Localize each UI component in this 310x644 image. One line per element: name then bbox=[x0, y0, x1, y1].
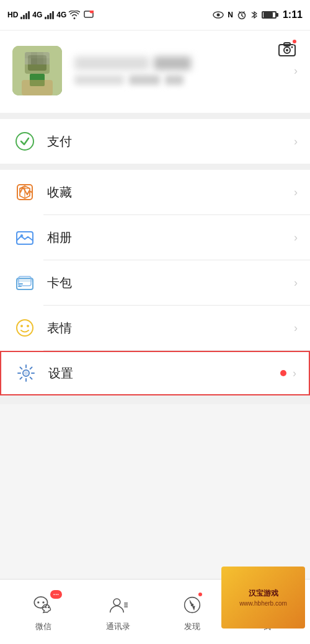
bluetooth-icon bbox=[250, 10, 258, 20]
bottom-navigation: ··· 微信 通讯录 发现 bbox=[0, 579, 310, 644]
profile-name-blurred2 bbox=[154, 56, 191, 70]
profile-name-blurred bbox=[74, 56, 149, 70]
svg-rect-15 bbox=[31, 52, 37, 58]
photos-icon bbox=[12, 225, 37, 250]
profile-chevron: › bbox=[294, 64, 298, 77]
settings-badge bbox=[280, 370, 286, 376]
svg-point-42 bbox=[34, 597, 47, 608]
menu-item-favorites[interactable]: 收藏 › bbox=[0, 170, 310, 214]
svg-rect-14 bbox=[25, 52, 31, 58]
svg-point-3 bbox=[217, 14, 220, 17]
svg-point-47 bbox=[113, 599, 120, 606]
svg-rect-13 bbox=[22, 80, 53, 95]
discover-notification-dot bbox=[197, 591, 203, 598]
menu-item-settings[interactable]: 设置 › bbox=[0, 351, 310, 395]
svg-line-6 bbox=[242, 15, 243, 17]
section-divider-2 bbox=[0, 164, 310, 170]
photos-chevron: › bbox=[294, 231, 298, 244]
profile-info bbox=[74, 56, 281, 85]
svg-point-1 bbox=[90, 11, 94, 14]
status-bar: HD 4G 4G bbox=[0, 0, 310, 30]
svg-point-41 bbox=[24, 371, 28, 375]
svg-point-46 bbox=[48, 607, 49, 608]
svg-point-39 bbox=[27, 325, 29, 327]
menu-item-photos[interactable]: 相册 › bbox=[0, 215, 310, 260]
settings-chevron: › bbox=[293, 367, 296, 380]
cards-chevron: › bbox=[294, 276, 298, 289]
svg-rect-20 bbox=[37, 58, 43, 64]
nav-label-wechat: 微信 bbox=[35, 621, 51, 632]
eye-icon bbox=[213, 11, 224, 19]
svg-point-52 bbox=[191, 604, 194, 607]
watermark-overlay: 汉宝游戏 www.hbherb.com bbox=[221, 567, 305, 629]
svg-rect-35 bbox=[17, 278, 33, 282]
wechat-icon-wrap: ··· bbox=[30, 591, 57, 619]
alarm-icon bbox=[237, 10, 247, 20]
emoji-chevron: › bbox=[294, 322, 298, 335]
nav-item-me[interactable]: 汉宝游戏 www.hbherb.com NEW 我 bbox=[229, 591, 304, 632]
menu-item-payment[interactable]: 支付 › bbox=[0, 119, 310, 164]
svg-point-37 bbox=[17, 320, 33, 336]
profile-sub-blur1 bbox=[74, 75, 124, 85]
contacts-icon-wrap bbox=[104, 591, 131, 619]
svg-point-24 bbox=[286, 49, 288, 51]
signal-icon2 bbox=[45, 11, 54, 19]
discover-icon-wrap bbox=[179, 591, 206, 619]
cards-label: 卡包 bbox=[47, 275, 294, 291]
nav-item-contacts[interactable]: 通讯录 bbox=[81, 591, 155, 632]
avatar[interactable] bbox=[12, 46, 62, 95]
watermark-url: www.hbherb.com bbox=[239, 600, 287, 607]
svg-rect-18 bbox=[25, 58, 31, 64]
status-left: HD 4G 4G bbox=[7, 11, 94, 19]
network-type: HD bbox=[7, 11, 18, 19]
message-icon bbox=[84, 11, 94, 19]
nav-item-wechat[interactable]: ··· 微信 bbox=[6, 591, 81, 632]
nav-item-discover[interactable]: 发现 bbox=[155, 591, 229, 632]
favorites-label: 收藏 bbox=[47, 184, 294, 201]
watermark-text: 汉宝游戏 bbox=[249, 588, 278, 599]
svg-point-43 bbox=[37, 601, 39, 603]
svg-rect-16 bbox=[37, 52, 43, 58]
status-right: N 1:11 bbox=[213, 9, 303, 20]
svg-point-26 bbox=[291, 46, 293, 48]
contacts-icon bbox=[107, 594, 128, 615]
wifi-icon bbox=[69, 11, 80, 19]
profile-section[interactable]: › bbox=[0, 31, 310, 113]
menu-item-emoji[interactable]: 表情 › bbox=[0, 306, 310, 350]
profile-sub-blur3 bbox=[165, 75, 184, 85]
camera-notification-dot bbox=[291, 38, 298, 45]
emoji-icon bbox=[12, 315, 37, 340]
payment-label: 支付 bbox=[47, 133, 294, 150]
svg-point-33 bbox=[20, 234, 23, 237]
nav-label-contacts: 通讯录 bbox=[106, 621, 130, 632]
nav-label-discover: 发现 bbox=[184, 621, 200, 632]
svg-rect-21 bbox=[43, 58, 50, 64]
menu-section-1: 支付 › bbox=[0, 119, 310, 164]
section-divider-bottom bbox=[0, 395, 310, 404]
photos-label: 相册 bbox=[47, 229, 294, 246]
svg-rect-17 bbox=[43, 52, 50, 58]
cards-icon bbox=[12, 270, 37, 295]
avatar-image bbox=[12, 46, 62, 95]
network-4g2: 4G bbox=[56, 11, 66, 19]
discover-icon bbox=[182, 594, 203, 615]
settings-label: 设置 bbox=[48, 365, 280, 382]
profile-sub-row bbox=[74, 75, 281, 85]
svg-point-44 bbox=[42, 601, 44, 603]
camera-button[interactable] bbox=[275, 37, 299, 61]
battery-icon bbox=[262, 11, 277, 19]
favorites-icon bbox=[12, 180, 37, 205]
svg-point-45 bbox=[45, 607, 46, 608]
wechat-notification-badge: ··· bbox=[50, 590, 62, 599]
svg-point-38 bbox=[20, 325, 23, 327]
settings-icon bbox=[14, 361, 38, 386]
svg-rect-19 bbox=[31, 58, 37, 64]
section-divider-1 bbox=[0, 113, 310, 119]
payment-chevron: › bbox=[294, 135, 298, 148]
menu-item-cards[interactable]: 卡包 › bbox=[0, 260, 310, 305]
network-4g: 4G bbox=[32, 11, 42, 19]
menu-section-2: 收藏 › 相册 › 卡包 › bbox=[0, 170, 310, 395]
favorites-chevron: › bbox=[294, 186, 298, 199]
me-icon-wrap: 汉宝游戏 www.hbherb.com NEW bbox=[253, 591, 280, 619]
payment-icon bbox=[12, 129, 37, 154]
